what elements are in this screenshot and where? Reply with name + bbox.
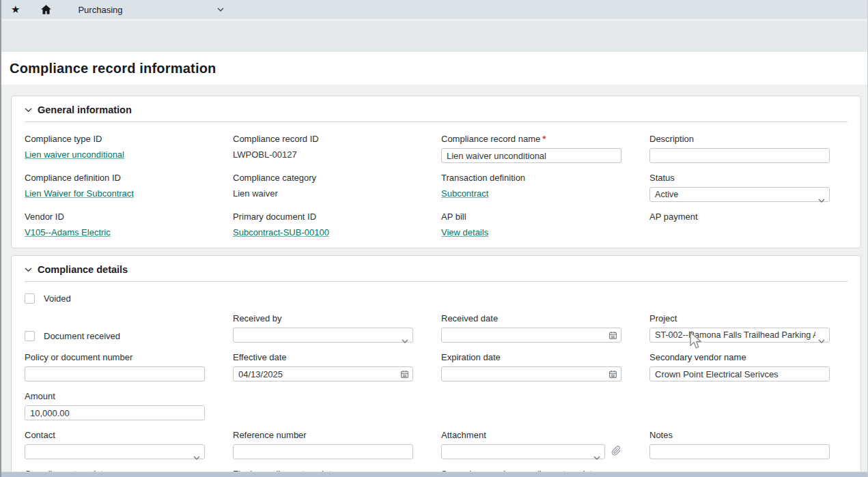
- field-label: Policy or document number: [25, 352, 205, 362]
- field-transaction-definition: Transaction definition Subcontract: [441, 173, 621, 202]
- compliance-details-header[interactable]: Compliance details: [25, 256, 848, 282]
- field-amount: Amount: [25, 391, 205, 420]
- field-label: Expiration date: [441, 352, 621, 362]
- field-project: Project ST-002--Ramona Falls Trailhead P…: [649, 313, 830, 343]
- received-by-select[interactable]: [233, 328, 413, 343]
- general-information-section: General information Compliance type ID L…: [11, 96, 861, 248]
- general-information-header[interactable]: General information: [25, 96, 848, 122]
- field-description: Description: [649, 134, 830, 163]
- field-compliance-record-id: Compliance record ID LWPOBL-00127: [233, 134, 413, 163]
- field-label: Primary document ID: [233, 212, 413, 222]
- chevron-down-icon: [593, 450, 600, 463]
- field-label: Contact: [25, 430, 205, 440]
- checkbox-label: Document received: [44, 331, 120, 341]
- field-label: Compliance type ID: [25, 134, 205, 144]
- home-icon[interactable]: [40, 4, 52, 15]
- collapse-chevron-icon[interactable]: [25, 108, 32, 113]
- amount-input[interactable]: [25, 405, 205, 420]
- field-label: Effective date: [233, 352, 413, 362]
- field-primary-document-id: Primary document ID Subcontract-SUB-0010…: [233, 212, 413, 238]
- field-status: Status Active: [649, 173, 830, 202]
- field-label: Transaction definition: [441, 173, 621, 183]
- field-label: AP bill: [441, 212, 621, 222]
- effective-date-input[interactable]: [233, 366, 413, 381]
- field-compliance-category: Compliance category Lien waiver: [233, 173, 413, 202]
- application-menu-purchasing[interactable]: Purchasing: [78, 5, 223, 15]
- field-effective-date: Effective date: [233, 352, 413, 381]
- section-title: Compliance details: [38, 264, 128, 275]
- description-input[interactable]: [649, 148, 830, 163]
- field-compliance-record-name: Compliance record name*: [441, 134, 621, 163]
- field-label: Secondary vendor name: [649, 352, 830, 362]
- vendor-id-link[interactable]: V105--Adams Electric: [25, 227, 111, 237]
- field-notes: Notes: [649, 430, 830, 459]
- field-expiration-date: Expiration date: [441, 352, 621, 381]
- secondary-toolbar-band: [1, 21, 867, 52]
- checkbox-box[interactable]: [25, 293, 35, 304]
- chevron-down-icon: [818, 334, 825, 346]
- field-label: Received by: [233, 313, 413, 323]
- field-attachment: Attachment: [441, 430, 621, 459]
- transaction-definition-link[interactable]: Subcontract: [441, 188, 488, 199]
- chevron-down-icon: [818, 193, 825, 205]
- chevron-down-icon: [193, 450, 200, 463]
- field-label: Description: [649, 134, 830, 144]
- field-label: Notes: [649, 430, 830, 440]
- checkbox-document-received[interactable]: Document received: [25, 313, 205, 343]
- calendar-icon[interactable]: [608, 330, 617, 343]
- attachment-select[interactable]: [441, 444, 605, 459]
- secondary-vendor-name-input[interactable]: [649, 366, 830, 381]
- paperclip-icon[interactable]: [611, 446, 621, 459]
- notes-input[interactable]: [649, 444, 830, 459]
- required-asterisk: *: [542, 134, 546, 144]
- chevron-down-icon: [402, 334, 408, 346]
- field-reference-number: Reference number: [233, 430, 413, 459]
- field-label: Compliance record ID: [233, 134, 413, 144]
- policy-or-document-number-input[interactable]: [25, 366, 205, 381]
- field-label: Reference number: [233, 430, 413, 440]
- collapse-chevron-icon[interactable]: [25, 268, 32, 272]
- field-vendor-id: Vendor ID V105--Adams Electric: [25, 212, 205, 238]
- compliance-record-id-value: LWPOBL-00127: [233, 149, 297, 160]
- top-navigation-bar: ★ Purchasing: [1, 0, 867, 21]
- compliance-category-value: Lien waiver: [233, 188, 278, 199]
- field-label: Vendor ID: [25, 212, 205, 222]
- compliance-record-name-input[interactable]: [441, 148, 621, 163]
- bottom-window-edge: [1, 472, 867, 477]
- page-title: Compliance record information: [10, 61, 859, 76]
- reference-number-input[interactable]: [233, 444, 413, 459]
- field-label: Compliance definition ID: [25, 173, 205, 183]
- favorite-star-icon[interactable]: ★: [11, 3, 20, 16]
- page-title-band: Compliance record information: [1, 52, 867, 85]
- checkbox-box[interactable]: [25, 331, 35, 341]
- field-label: Compliance category: [233, 173, 413, 183]
- project-select-value: ST-002--Ramona Falls Trailhead Parking A…: [655, 330, 815, 340]
- compliance-type-id-link[interactable]: Lien waiver unconditional: [25, 149, 124, 160]
- field-label: Compliance record name*: [441, 134, 621, 144]
- section-title: General information: [38, 104, 132, 115]
- field-contact: Contact: [25, 430, 205, 459]
- field-ap-bill: AP bill View details: [441, 212, 621, 238]
- checkbox-label: Voided: [44, 293, 71, 304]
- ap-bill-view-details-link[interactable]: View details: [441, 227, 488, 237]
- contact-select[interactable]: [25, 444, 205, 459]
- field-ap-payment: AP payment: [649, 212, 830, 238]
- field-compliance-type-id: Compliance type ID Lien waiver unconditi…: [25, 134, 205, 163]
- received-date-input[interactable]: [441, 328, 621, 343]
- expiration-date-input[interactable]: [441, 366, 621, 381]
- field-policy-or-document-number: Policy or document number: [25, 352, 205, 381]
- status-select[interactable]: Active: [649, 187, 830, 202]
- status-select-value: Active: [655, 190, 678, 199]
- calendar-icon[interactable]: [608, 369, 617, 381]
- calendar-icon[interactable]: [400, 369, 409, 381]
- field-label: Attachment: [441, 430, 621, 440]
- field-compliance-definition-id: Compliance definition ID Lien Waiver for…: [25, 173, 205, 202]
- primary-document-id-link[interactable]: Subcontract-SUB-00100: [233, 227, 329, 237]
- project-select[interactable]: ST-002--Ramona Falls Trailhead Parking A…: [649, 328, 830, 343]
- checkbox-voided[interactable]: Voided: [25, 293, 205, 304]
- compliance-definition-id-link[interactable]: Lien Waiver for Subcontract: [25, 188, 134, 199]
- chevron-down-icon: [217, 8, 224, 12]
- compliance-details-section: Compliance details Voided Document recei…: [11, 255, 861, 477]
- field-label: Status: [649, 173, 830, 183]
- field-label: Project: [649, 313, 830, 323]
